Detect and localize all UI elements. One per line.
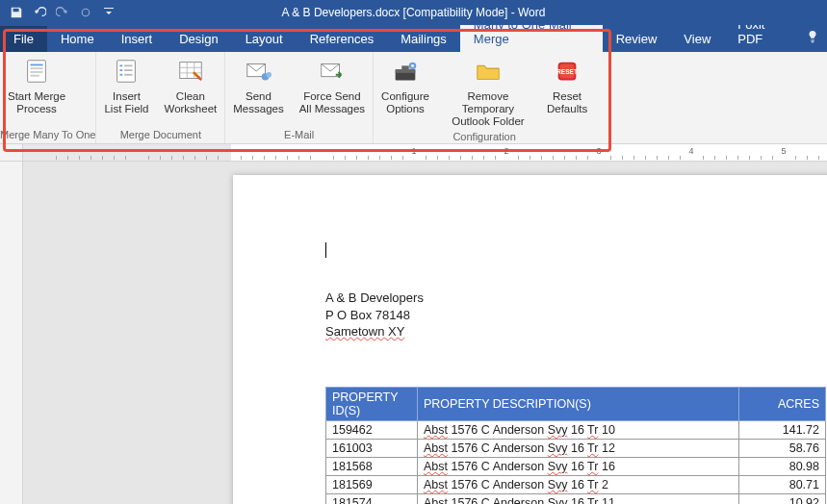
qat-customize-icon[interactable] xyxy=(98,2,119,23)
envelope-users-icon xyxy=(243,56,273,87)
cell-property-description: Abst 1576 C Anderson Svy 16 Tr 2 xyxy=(418,475,739,493)
address-line: A & B Developers xyxy=(325,290,827,307)
clean-worksheet-label: CleanWorksheet xyxy=(165,90,218,115)
cell-property-id: 159462 xyxy=(326,420,418,439)
touch-mode-icon[interactable] xyxy=(75,2,96,23)
group-merge-many-to-one: Start MergeProcess Merge Many To One xyxy=(0,52,96,143)
remove-temporary-outlook-folder-label: Remove TemporaryOutlook Folder xyxy=(445,90,531,129)
reset-defaults-button[interactable]: RESET ResetDefaults xyxy=(539,52,595,129)
reset-icon: RESET xyxy=(552,56,582,87)
ruler-number: 1 xyxy=(411,146,416,156)
tab-layout[interactable]: Layout xyxy=(232,26,297,52)
cell-property-id: 181568 xyxy=(326,457,418,475)
cell-acres: 141.72 xyxy=(739,420,826,439)
ruler-gutter xyxy=(0,144,23,161)
start-merge-process-label: Start MergeProcess xyxy=(8,90,65,115)
group-label: Merge Document xyxy=(96,127,224,143)
remove-temporary-outlook-folder-button[interactable]: Remove TemporaryOutlook Folder xyxy=(437,52,539,129)
cell-property-description: Abst 1576 C Anderson Svy 16 Tr 16 xyxy=(418,457,739,475)
table-row: 161003Abst 1576 C Anderson Svy 16 Tr 125… xyxy=(326,439,826,457)
vertical-ruler[interactable] xyxy=(0,162,23,504)
tab-review[interactable]: Review xyxy=(603,26,671,52)
address-line: P O Box 78148 xyxy=(325,307,827,324)
cell-property-id: 181569 xyxy=(326,475,418,493)
table-header-row: PROPERTY ID(S) PROPERTY DESCRIPTION(S) A… xyxy=(326,387,826,420)
cell-property-id: 181574 xyxy=(326,493,418,504)
cell-acres: 58.76 xyxy=(739,439,826,457)
svg-rect-2 xyxy=(30,64,42,66)
clean-worksheet-button[interactable]: CleanWorksheet xyxy=(157,52,225,127)
table-row: 181568Abst 1576 C Anderson Svy 16 Tr 168… xyxy=(326,457,826,475)
tab-design[interactable]: Design xyxy=(166,26,231,52)
force-send-all-messages-button[interactable]: Force SendAll Messages xyxy=(292,52,373,127)
tab-mailings[interactable]: Mailings xyxy=(387,26,460,52)
svg-rect-4 xyxy=(30,71,42,73)
svg-rect-12 xyxy=(125,74,133,76)
toolbox-gear-icon xyxy=(390,56,421,87)
table-header: ACRES xyxy=(739,387,826,420)
table-header: PROPERTY ID(S) xyxy=(326,387,418,420)
group-label: E-Mail xyxy=(225,127,373,143)
cell-acres: 80.98 xyxy=(739,457,826,475)
insert-list-field-label: InsertList Field xyxy=(104,90,148,115)
worksheet-icon xyxy=(175,56,206,87)
table-row: 181569Abst 1576 C Anderson Svy 16 Tr 280… xyxy=(326,475,826,493)
group-merge-document: InsertList Field CleanWorksheet Merge Do… xyxy=(96,52,225,143)
ruler-number: 3 xyxy=(596,146,601,156)
svg-rect-3 xyxy=(30,67,42,69)
svg-rect-20 xyxy=(401,65,409,69)
workspace: Sunday, 9 April 20 A & B Developers P O … xyxy=(0,162,827,504)
table-row: 181574Abst 1576 C Anderson Svy 16 Tr 111… xyxy=(326,493,826,504)
cell-property-description: Abst 1576 C Anderson Svy 16 Tr 10 xyxy=(418,420,739,439)
start-merge-process-button[interactable]: Start MergeProcess xyxy=(0,52,73,127)
cell-property-id: 161003 xyxy=(326,439,418,457)
tab-insert[interactable]: Insert xyxy=(108,26,167,52)
envelope-arrow-icon xyxy=(317,56,348,87)
svg-rect-19 xyxy=(396,69,416,73)
ruler-number: 4 xyxy=(688,146,693,156)
undo-icon[interactable] xyxy=(29,2,50,23)
send-messages-label: SendMessages xyxy=(233,90,283,115)
tell-me-icon[interactable] xyxy=(798,24,827,52)
table-row: 159462Abst 1576 C Anderson Svy 16 Tr 101… xyxy=(326,420,826,439)
svg-rect-8 xyxy=(125,64,133,66)
address-block: A & B Developers P O Box 78148 Sametown … xyxy=(325,290,827,340)
window-title: A & B Developers.docx [Compatibility Mod… xyxy=(0,6,827,19)
group-configuration: ConfigureOptions Remove TemporaryOutlook… xyxy=(374,52,595,143)
horizontal-ruler-area: 12345 xyxy=(0,144,827,162)
cell-property-description: Abst 1576 C Anderson Svy 16 Tr 11 xyxy=(418,493,739,504)
save-icon[interactable] xyxy=(6,2,27,23)
configure-options-button[interactable]: ConfigureOptions xyxy=(374,52,437,129)
quick-access-toolbar: A & B Developers.docx [Compatibility Mod… xyxy=(0,0,827,25)
svg-point-0 xyxy=(82,9,90,16)
configure-options-label: ConfigureOptions xyxy=(381,90,429,115)
list-field-icon xyxy=(111,56,142,87)
cell-acres: 80.71 xyxy=(739,475,826,493)
svg-rect-10 xyxy=(125,69,133,71)
tab-file[interactable]: File xyxy=(0,26,47,52)
insert-list-field-button[interactable]: InsertList Field xyxy=(96,52,156,127)
page-scroll-area[interactable]: Sunday, 9 April 20 A & B Developers P O … xyxy=(23,162,827,504)
redo-icon[interactable] xyxy=(52,2,73,23)
horizontal-ruler[interactable]: 12345 xyxy=(23,144,827,161)
force-send-all-messages-label: Force SendAll Messages xyxy=(299,90,365,115)
cell-acres: 10.92 xyxy=(739,493,826,504)
ruler-number: 5 xyxy=(781,146,786,156)
tab-home[interactable]: Home xyxy=(47,26,108,52)
svg-rect-11 xyxy=(120,74,123,76)
text-cursor xyxy=(325,242,326,258)
ribbon-tabs: File Home Insert Design Layout Reference… xyxy=(0,25,827,52)
tab-references[interactable]: References xyxy=(297,26,387,52)
send-messages-button[interactable]: SendMessages xyxy=(225,52,291,127)
svg-rect-9 xyxy=(120,69,123,71)
ribbon: Start MergeProcess Merge Many To One Ins… xyxy=(0,52,827,144)
tab-view[interactable]: View xyxy=(670,26,724,52)
document-icon xyxy=(21,56,52,87)
reset-defaults-label: ResetDefaults xyxy=(547,90,587,115)
cell-property-description: Abst 1576 C Anderson Svy 16 Tr 12 xyxy=(418,439,739,457)
svg-point-16 xyxy=(267,72,272,78)
svg-rect-7 xyxy=(120,64,123,66)
property-table: PROPERTY ID(S) PROPERTY DESCRIPTION(S) A… xyxy=(325,387,826,504)
svg-point-22 xyxy=(411,64,414,67)
svg-text:RESET: RESET xyxy=(556,68,578,75)
